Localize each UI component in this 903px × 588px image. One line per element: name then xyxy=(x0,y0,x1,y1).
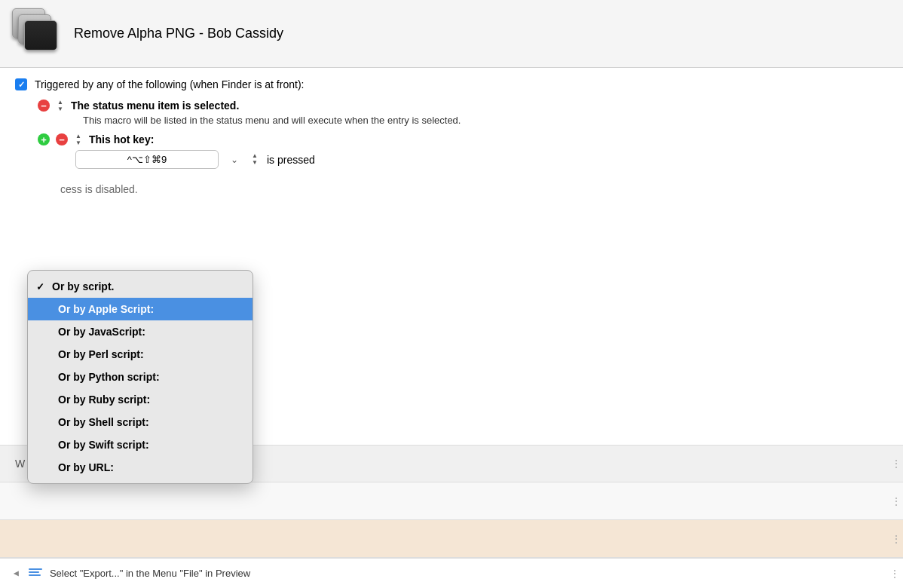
script-content-row: ⋮ xyxy=(0,482,903,520)
check-icon: ✓ xyxy=(34,281,46,292)
menu-item-label: Or by Ruby script: xyxy=(58,394,150,406)
scroll-grip-icon-2: ⋮ xyxy=(891,495,901,507)
menu-item-label: Or by JavaScript: xyxy=(58,326,145,338)
remove-status-menu-trigger-button[interactable] xyxy=(38,100,50,112)
w-label: W xyxy=(15,458,25,470)
dropdown-menu: ✓ Or by script. Or by Apple Script: Or b… xyxy=(27,270,253,484)
is-pressed-updown[interactable]: ▲ ▼ xyxy=(250,154,259,166)
menu-item-or-by-python[interactable]: Or by Python script: xyxy=(28,366,253,388)
menu-item-or-by-script[interactable]: ✓ Or by script. xyxy=(28,275,253,298)
menu-item-or-by-url[interactable]: Or by URL: xyxy=(28,456,253,479)
hotkey-label: This hot key: xyxy=(89,133,154,145)
scroll-grip-icon: ⋮ xyxy=(891,458,901,470)
scroll-grip-icon-3: ⋮ xyxy=(891,533,901,545)
trigger-header-label: Triggered by any of the following (when … xyxy=(35,78,304,90)
up-arrow-icon-2: ▲ xyxy=(75,133,81,139)
action-chevron-icon: ▼ xyxy=(11,569,22,578)
key-cap-front xyxy=(24,20,57,51)
hotkey-dropdown-arrow[interactable]: ⌄ xyxy=(226,152,243,168)
menu-item-label: Or by Shell script: xyxy=(58,416,149,428)
menu-item-label: Or by Perl script: xyxy=(58,348,144,360)
up-arrow-icon-3: ▲ xyxy=(252,153,258,159)
status-menu-trigger-row: ▲ ▼ The status menu item is selected. xyxy=(38,100,888,112)
is-pressed-label: is pressed xyxy=(267,154,315,166)
disabled-notice: cess is disabled. xyxy=(60,183,138,195)
hotkey-combo-input[interactable] xyxy=(75,150,219,169)
header: Remove Alpha PNG - Bob Cassidy xyxy=(0,0,903,68)
status-menu-description: This macro will be listed in the status … xyxy=(83,115,888,126)
bottom-action-row: ▼ Select "Export..." in the Menu "File" … xyxy=(0,558,903,588)
up-arrow-icon: ▲ xyxy=(57,100,63,106)
remove-hotkey-trigger-button[interactable] xyxy=(56,133,68,145)
status-menu-label: The status menu item is selected. xyxy=(71,100,239,112)
menu-item-label: Or by Python script: xyxy=(58,371,160,383)
macro-icon xyxy=(12,8,63,60)
macro-title: Remove Alpha PNG - Bob Cassidy xyxy=(74,26,283,41)
action-row-grip: ⋮ xyxy=(889,568,900,580)
menu-item-or-by-perl[interactable]: Or by Perl script: xyxy=(28,343,253,366)
down-arrow-icon-2: ▼ xyxy=(75,140,81,146)
menu-item-label: Or by Swift script: xyxy=(58,439,149,451)
menu-item-label: Or by URL: xyxy=(58,461,114,473)
hotkey-trigger: ▲ ▼ This hot key: xyxy=(38,133,888,145)
status-menu-updown[interactable]: ▲ ▼ xyxy=(56,100,65,112)
main-container: Remove Alpha PNG - Bob Cassidy Triggered… xyxy=(0,0,903,588)
down-arrow-icon: ▼ xyxy=(57,106,63,112)
highlight-row: ⋮ xyxy=(0,520,903,558)
menu-item-or-by-shell[interactable]: Or by Shell script: xyxy=(28,411,253,433)
add-trigger-button[interactable] xyxy=(38,133,50,145)
trigger-header: Triggered by any of the following (when … xyxy=(15,78,888,90)
trigger-enabled-checkbox[interactable] xyxy=(15,78,27,90)
action-list-icon xyxy=(29,568,42,579)
trigger-section: Triggered by any of the following (when … xyxy=(0,68,903,169)
hotkey-combo-row: ⌄ ▲ ▼ is pressed xyxy=(38,150,888,169)
menu-item-or-by-applescript[interactable]: Or by Apple Script: xyxy=(28,298,253,320)
down-arrow-icon-3: ▼ xyxy=(252,160,258,166)
hotkey-trigger-row: ▲ ▼ This hot key: xyxy=(38,133,888,145)
status-menu-trigger: ▲ ▼ The status menu item is selected. Th… xyxy=(38,100,888,126)
menu-item-label: Or by script. xyxy=(52,280,114,292)
menu-item-or-by-swift[interactable]: Or by Swift script: xyxy=(28,433,253,456)
hotkey-updown[interactable]: ▲ ▼ xyxy=(74,133,83,145)
menu-item-or-by-javascript[interactable]: Or by JavaScript: xyxy=(28,320,253,343)
menu-item-label: Or by Apple Script: xyxy=(58,303,154,315)
content-area: cess is disabled. xyxy=(0,178,903,201)
menu-item-or-by-ruby[interactable]: Or by Ruby script: xyxy=(28,388,253,411)
action-row-label: Select "Export..." in the Menu "File" in… xyxy=(50,568,250,579)
